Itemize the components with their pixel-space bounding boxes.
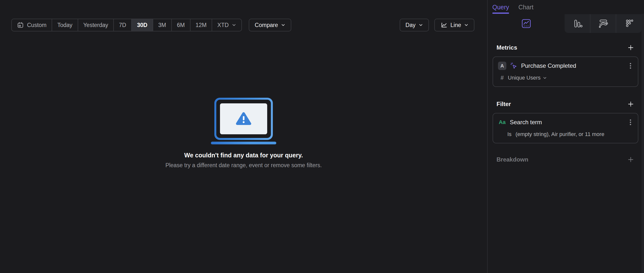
view-tab-retention[interactable] [616,14,642,33]
breakdown-title: Breakdown [496,156,528,163]
report-type-tabs [488,14,642,33]
filter-title: Filter [496,101,511,108]
line-chart-icon [440,21,448,29]
insights-icon [521,18,532,29]
query-sidebar: Query Chart [487,0,644,273]
filter-kebab-menu[interactable] [628,118,633,127]
chevron-down-icon [464,23,468,27]
funnel-icon [572,18,583,29]
laptop-warning-illustration [214,98,273,140]
date-range-30d[interactable]: 30D [132,19,153,31]
date-range-12m[interactable]: 12M [190,19,212,31]
compare-button[interactable]: Compare [249,19,291,31]
date-range-yesterday[interactable]: Yesterday [78,19,114,31]
main-chart-area: Custom Today Yesterday 7D 30D 3M 6M 12M … [0,0,487,273]
date-range-7d[interactable]: 7D [114,19,132,31]
metric-kebab-menu[interactable] [628,61,633,70]
view-tab-insights[interactable] [488,14,564,33]
add-metric-button[interactable] [628,44,634,51]
inactive-view-tabs [564,14,642,33]
chart-controls: Day Line [400,19,474,31]
chevron-down-icon [281,23,286,27]
warning-triangle-icon [236,112,252,126]
metric-aggregation-row: # Unique Users [498,74,633,81]
retention-icon [624,18,634,29]
tab-query[interactable]: Query [492,0,509,14]
date-range-custom[interactable]: Custom [12,19,52,31]
aggregation-dropdown[interactable]: Unique Users [508,75,547,81]
date-range-3m[interactable]: 3M [153,19,172,31]
metrics-section-header: Metrics [492,42,638,53]
add-breakdown-button[interactable] [628,156,634,163]
chart-type-dropdown[interactable]: Line [434,19,474,31]
aggregation-prefix: # [498,75,506,81]
date-range-group: Custom Today Yesterday 7D 30D 3M 6M 12M … [11,19,242,31]
string-type-badge: Aa [498,119,506,125]
metric-event-name[interactable]: Purchase Completed [521,62,576,69]
calendar-icon [17,21,24,28]
query-builder: Metrics A Purchase Completed [488,42,644,165]
sidebar-scrollbar[interactable] [642,14,644,273]
date-range-label: Custom [27,22,46,28]
chevron-down-icon [418,23,423,27]
filter-row: Aa Search term [498,117,633,127]
filter-card[interactable]: Aa Search term Is (empty string), Air pu… [492,113,638,143]
laptop-base [211,142,276,144]
view-tab-funnel[interactable] [564,14,590,33]
laptop-screen [220,103,267,134]
chevron-down-icon [543,76,547,80]
granularity-dropdown[interactable]: Day [400,19,429,31]
chevron-down-icon [232,23,236,27]
filter-operator[interactable]: Is [507,131,512,137]
breakdown-section-header: Breakdown [492,154,638,165]
date-range-6m[interactable]: 6M [172,19,190,31]
filter-condition-row: Is (empty string), Air purifier, or 11 m… [498,131,633,138]
sidebar-tab-header: Query Chart [488,0,644,14]
filter-value[interactable]: (empty string), Air purifier, or 11 more [516,131,604,137]
filter-property-name[interactable]: Search term [510,119,542,126]
empty-state-title: We couldn't find any data for your query… [184,152,303,159]
date-range-xtd[interactable]: XTD [212,19,242,31]
date-toolbar: Custom Today Yesterday 7D 30D 3M 6M 12M … [11,19,291,31]
laptop-frame-gap [216,100,271,138]
add-filter-button[interactable] [628,101,634,107]
event-click-icon [510,62,518,70]
metric-card[interactable]: A Purchase Completed # [492,56,638,87]
date-range-today[interactable]: Today [52,19,78,31]
filter-section-header: Filter [492,99,638,109]
empty-state-subtitle: Please try a different date range, event… [166,162,322,169]
empty-state: We couldn't find any data for your query… [0,98,487,169]
view-tab-flow[interactable] [590,14,616,33]
tab-chart[interactable]: Chart [518,0,534,14]
flow-icon [598,18,608,29]
metric-row: A Purchase Completed [498,61,633,71]
metric-letter-badge: A [498,62,506,70]
metrics-title: Metrics [496,44,517,51]
active-tab-underline [492,12,509,14]
